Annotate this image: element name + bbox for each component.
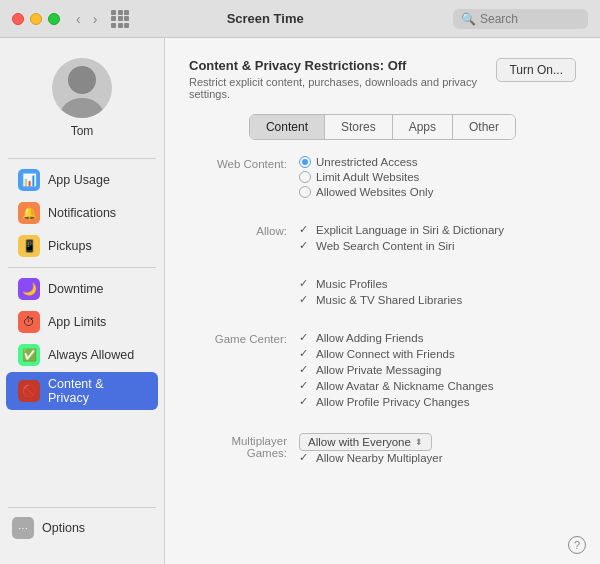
turn-on-button[interactable]: Turn On... [496,58,576,82]
check-profile-privacy[interactable]: ✓ Allow Profile Privacy Changes [299,395,576,408]
sidebar-item-app-usage[interactable]: 📊 App Usage [6,164,158,196]
tab-other[interactable]: Other [453,115,515,139]
tabs: Content Stores Apps Other [249,114,516,140]
check-nearby-multiplayer[interactable]: ✓ Allow Nearby Multiplayer [299,451,576,464]
radio-limit-adult[interactable]: Limit Adult Websites [299,171,576,183]
avatar-section: Tom [0,50,164,154]
check-web-search[interactable]: ✓ Web Search Content in Siri [299,239,576,252]
window-title: Screen Time [77,11,453,26]
multiplayer-dropdown[interactable]: Allow with Everyone ⬍ [299,433,432,451]
check-label-nearby-multiplayer: Allow Nearby Multiplayer [316,452,443,464]
check-label-profile-privacy: Allow Profile Privacy Changes [316,396,469,408]
check-label-adding-friends: Allow Adding Friends [316,332,423,344]
check-nearby-multiplayer-mark: ✓ [299,451,311,464]
check-music-profiles-mark: ✓ [299,277,311,290]
multiplayer-label: Multiplayer Games: [189,433,299,459]
radio-allowed-websites[interactable]: Allowed Websites Only [299,186,576,198]
check-music-profiles[interactable]: ✓ Music Profiles [299,277,576,290]
sidebar-label-downtime: Downtime [48,282,104,296]
check-explicit-language[interactable]: ✓ Explicit Language in Siri & Dictionary [299,223,576,236]
music-options: ✓ Music Profiles ✓ Music & TV Shared Lib… [299,277,576,309]
sidebar-item-pickups[interactable]: 📱 Pickups [6,230,158,262]
check-connect-friends[interactable]: ✓ Allow Connect with Friends [299,347,576,360]
sidebar-divider-1 [8,158,156,159]
check-adding-friends[interactable]: ✓ Allow Adding Friends [299,331,576,344]
options-icon: ⋯ [12,517,34,539]
main-content: Tom 📊 App Usage 🔔 Notifications 📱 [0,38,600,564]
app-limits-icon: ⏱ [18,311,40,333]
check-label-web-search: Web Search Content in Siri [316,240,455,252]
allow-row: Allow: ✓ Explicit Language in Siri & Dic… [189,223,576,255]
multiplayer-dropdown-row: Allow with Everyone ⬍ [299,433,576,451]
check-web-search-mark: ✓ [299,239,311,252]
downtime-icon: 🌙 [18,278,40,300]
music-row: ✓ Music Profiles ✓ Music & TV Shared Lib… [189,277,576,309]
sidebar-divider-2 [8,267,156,268]
help-button[interactable]: ? [568,536,586,554]
content-subtitle: Restrict explicit content, purchases, do… [189,76,496,100]
traffic-lights [12,13,60,25]
radio-unrestricted[interactable]: Unrestricted Access [299,156,576,168]
sidebar-group-2: 🌙 Downtime ⏱ App Limits ✅ Always Allowed… [0,272,164,411]
tab-content[interactable]: Content [250,115,325,139]
allow-section: Allow: ✓ Explicit Language in Siri & Dic… [189,223,576,255]
avatar [52,58,112,118]
tab-apps[interactable]: Apps [393,115,453,139]
web-content-options: Unrestricted Access Limit Adult Websites… [299,156,576,201]
allow-options: ✓ Explicit Language in Siri & Dictionary… [299,223,576,255]
close-button[interactable] [12,13,24,25]
header-left: Content & Privacy Restrictions: Off Rest… [189,58,496,100]
sidebar-label-app-usage: App Usage [48,173,110,187]
search-input[interactable] [480,12,580,26]
check-connect-friends-mark: ✓ [299,347,311,360]
check-explicit-language-mark: ✓ [299,223,311,236]
web-content-row: Web Content: Unrestricted Access Limit A… [189,156,576,201]
check-label-music-profiles: Music Profiles [316,278,388,290]
radio-dot-limit-adult [299,171,311,183]
radio-dot-unrestricted [299,156,311,168]
sidebar-item-app-limits[interactable]: ⏱ App Limits [6,306,158,338]
game-center-label: Game Center: [189,331,299,345]
sidebar-item-content-privacy[interactable]: 🚫 Content & Privacy [6,372,158,410]
radio-dot-allowed-websites [299,186,311,198]
game-center-section: Game Center: ✓ Allow Adding Friends ✓ Al… [189,331,576,411]
search-box[interactable]: 🔍 [453,9,588,29]
check-label-connect-friends: Allow Connect with Friends [316,348,455,360]
check-adding-friends-mark: ✓ [299,331,311,344]
user-name: Tom [71,124,94,138]
app-usage-icon: 📊 [18,169,40,191]
check-label-music-tv: Music & TV Shared Libraries [316,294,462,306]
sidebar-bottom: ⋯ Options [0,495,164,552]
check-label-private-messaging: Allow Private Messaging [316,364,441,376]
minimize-button[interactable] [30,13,42,25]
maximize-button[interactable] [48,13,60,25]
check-music-tv[interactable]: ✓ Music & TV Shared Libraries [299,293,576,306]
always-allowed-icon: ✅ [18,344,40,366]
sidebar-item-downtime[interactable]: 🌙 Downtime [6,273,158,305]
title-bar: ‹ › Screen Time 🔍 [0,0,600,38]
check-label-explicit-language: Explicit Language in Siri & Dictionary [316,224,504,236]
multiplayer-dropdown-value: Allow with Everyone [308,436,411,448]
multiplayer-row: Multiplayer Games: Allow with Everyone ⬍… [189,433,576,467]
sidebar-item-always-allowed[interactable]: ✅ Always Allowed [6,339,158,371]
multiplayer-section: Multiplayer Games: Allow with Everyone ⬍… [189,433,576,467]
sidebar-item-options[interactable]: ⋯ Options [0,512,164,544]
check-avatar-nickname[interactable]: ✓ Allow Avatar & Nickname Changes [299,379,576,392]
tab-stores[interactable]: Stores [325,115,393,139]
content-wrapper: Content & Privacy Restrictions: Off Rest… [165,38,600,564]
multiplayer-options: Allow with Everyone ⬍ ✓ Allow Nearby Mul… [299,433,576,467]
content-title: Content & Privacy Restrictions: Off [189,58,496,73]
music-section: ✓ Music Profiles ✓ Music & TV Shared Lib… [189,277,576,309]
check-profile-privacy-mark: ✓ [299,395,311,408]
check-music-tv-mark: ✓ [299,293,311,306]
web-content-label: Web Content: [189,156,299,170]
dropdown-arrow-icon: ⬍ [415,437,423,447]
search-icon: 🔍 [461,12,476,26]
check-private-messaging[interactable]: ✓ Allow Private Messaging [299,363,576,376]
content-privacy-icon: 🚫 [18,380,40,402]
allow-label: Allow: [189,223,299,237]
sidebar-item-notifications[interactable]: 🔔 Notifications [6,197,158,229]
radio-label-unrestricted: Unrestricted Access [316,156,418,168]
music-label [189,277,299,279]
check-private-messaging-mark: ✓ [299,363,311,376]
